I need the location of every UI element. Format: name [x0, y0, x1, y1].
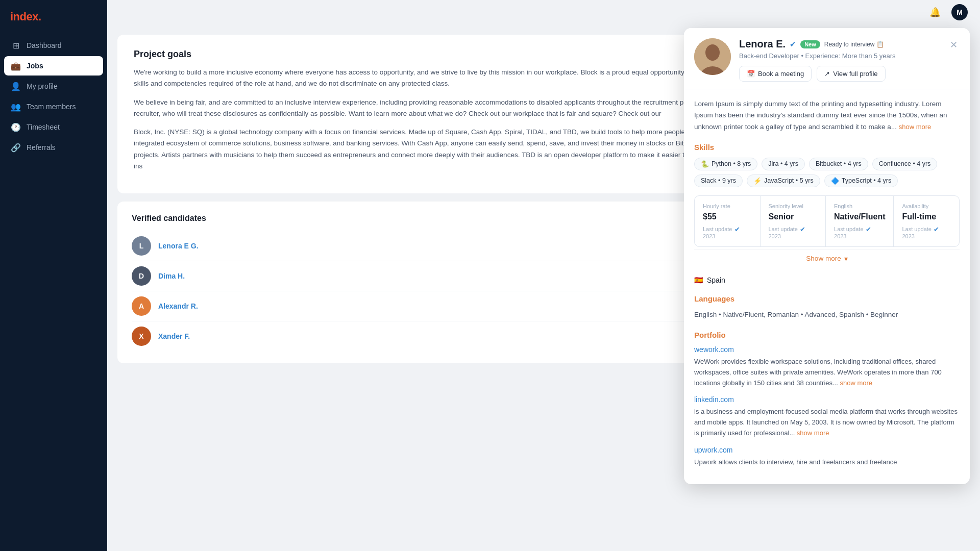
stat-year: 2023 [769, 233, 818, 239]
skill-emoji: 🔷 [831, 177, 839, 185]
skills-list: 🐍Python • 8 yrsJira • 4 yrsBitbucket • 4… [694, 158, 960, 187]
show-more-button[interactable]: Show more ▾ [694, 249, 960, 268]
skill-tag: Bitbucket • 4 yrs [809, 158, 868, 170]
dashboard-icon: ⊞ [11, 41, 20, 50]
notification-button[interactable]: 🔔 [927, 4, 943, 20]
ready-status: Ready to interview 📋 [824, 41, 885, 48]
verified-badge: ✔ [790, 40, 796, 49]
sidebar-item-dashboard[interactable]: ⊞ Dashboard [4, 36, 103, 55]
portfolio-link[interactable]: wework.com [694, 345, 960, 354]
sidebar-item-timesheet[interactable]: 🕐 Timesheet [4, 117, 103, 137]
stat-update: Last update ✔ [703, 226, 752, 233]
skill-tag: Slack • 9 yrs [694, 174, 743, 187]
view-full-profile-button[interactable]: ↗ View full profile [817, 66, 885, 82]
user-initial: M [957, 8, 963, 16]
skill-name: Bitbucket • 4 yrs [816, 160, 862, 167]
profile-photo-svg [694, 38, 731, 75]
profile-name-row: Lenora E. ✔ New Ready to interview 📋 [739, 38, 940, 50]
calendar-icon: 📅 [747, 70, 755, 78]
stat-value: Senior [769, 212, 818, 221]
candidate-avatar: D [132, 266, 151, 286]
stats-grid: Hourly rate $55 Last update ✔ 2023 Senio… [694, 195, 960, 247]
topbar: 🔔 M [107, 0, 980, 24]
candidate-name: Dima H. [158, 272, 185, 280]
portfolio-link[interactable]: upwork.com [694, 446, 960, 454]
ready-status-text: Ready to interview [824, 41, 875, 48]
status-icon: 📋 [876, 41, 884, 48]
location-row: 🇪🇸 Spain [694, 276, 960, 284]
profile-panel-header: Lenora E. ✔ New Ready to interview 📋 Bac… [684, 28, 970, 89]
sidebar-item-referrals[interactable]: 🔗 Referrals [4, 138, 103, 157]
sidebar-item-my-profile[interactable]: 👤 My profile [4, 77, 103, 96]
skill-emoji: ⚡ [753, 177, 762, 185]
chevron-down-icon: ▾ [844, 255, 848, 263]
candidate-avatar: X [132, 327, 151, 346]
last-update-label: Last update [834, 226, 864, 232]
stat-year: 2023 [902, 233, 951, 239]
svg-point-1 [705, 44, 720, 61]
candidate-name: Xander F. [158, 332, 190, 340]
stat-label: English [834, 203, 885, 209]
languages-section-title: Languages [694, 294, 960, 303]
verified-check-icon: ✔ [800, 226, 805, 233]
last-update-label: Last update [769, 226, 798, 232]
stat-value: Full-time [902, 212, 951, 221]
skill-name: Python • 8 yrs [712, 160, 751, 167]
bio-show-more[interactable]: show more [899, 123, 932, 131]
profile-bio: Lorem Ipsum is simply dummy text of the … [694, 98, 960, 133]
portfolio-description: is a business and employment-focused soc… [694, 407, 960, 438]
portfolio-item: linkedin.com is a business and employmen… [694, 395, 960, 438]
user-avatar-button[interactable]: M [951, 4, 968, 20]
portfolio-show-more[interactable]: show more [840, 379, 872, 387]
stat-cell: Hourly rate $55 Last update ✔ 2023 [695, 196, 760, 246]
sidebar-item-label: Jobs [27, 62, 43, 70]
stat-update: Last update ✔ [902, 226, 951, 233]
stat-value: Native/Fluent [834, 212, 885, 221]
close-panel-button[interactable]: ✕ [948, 38, 960, 52]
location-text: Spain [707, 276, 725, 284]
candidate-name: Lenora E G. [158, 242, 199, 250]
sidebar: index. ⊞ Dashboard 💼 Jobs 👤 My profile 👥… [0, 0, 107, 551]
skill-tag: ⚡JavaScript • 5 yrs [747, 174, 820, 187]
portfolio-item: upwork.com Upwork allows clients to inte… [694, 446, 960, 468]
verified-check-icon: ✔ [734, 226, 740, 233]
sidebar-item-label: Dashboard [27, 41, 62, 49]
portfolio-link[interactable]: linkedin.com [694, 395, 960, 404]
app-logo: index. [0, 0, 107, 36]
bell-icon: 🔔 [929, 7, 941, 18]
sidebar-item-label: Timesheet [27, 123, 60, 131]
location-flag: 🇪🇸 [694, 276, 703, 284]
portfolio-show-more[interactable]: show more [797, 429, 829, 437]
skill-name: Confluence • 4 yrs [879, 160, 931, 167]
profile-icon: 👤 [11, 82, 20, 91]
skill-tag: 🔷TypeScript • 4 yrs [824, 174, 898, 187]
last-update-label: Last update [902, 226, 932, 232]
profile-subtitle: Back-end Developer • Experience: More th… [739, 52, 940, 60]
profile-photo [694, 38, 731, 75]
verified-check-icon: ✔ [866, 226, 871, 233]
profile-name: Lenora E. [739, 38, 786, 50]
profile-panel: Lenora E. ✔ New Ready to interview 📋 Bac… [684, 28, 970, 484]
profile-body: Lorem Ipsum is simply dummy text of the … [684, 89, 970, 484]
logo-text: index [10, 10, 38, 23]
last-update-label: Last update [703, 226, 732, 232]
languages-text: English • Native/Fluent, Romanian • Adva… [694, 309, 960, 320]
book-meeting-button[interactable]: 📅 Book a meeting [739, 66, 812, 82]
sidebar-item-label: Team members [27, 103, 76, 111]
timesheet-icon: 🕐 [11, 122, 20, 132]
stat-value: $55 [703, 212, 752, 221]
skill-tag: 🐍Python • 8 yrs [694, 158, 757, 170]
skill-name: JavaScript • 5 yrs [764, 177, 814, 184]
sidebar-item-jobs[interactable]: 💼 Jobs [4, 56, 103, 76]
stat-label: Hourly rate [703, 203, 752, 209]
stat-label: Seniority level [769, 203, 818, 209]
book-meeting-label: Book a meeting [758, 70, 804, 78]
stat-cell: Seniority level Senior Last update ✔ 202… [761, 196, 826, 246]
stat-update: Last update ✔ [769, 226, 818, 233]
profile-info: Lenora E. ✔ New Ready to interview 📋 Bac… [739, 38, 940, 82]
portfolio-description: WeWork provides flexible workspace solut… [694, 357, 960, 388]
referrals-icon: 🔗 [11, 143, 20, 152]
stat-cell: Availability Full-time Last update ✔ 202… [894, 196, 959, 246]
sidebar-item-team-members[interactable]: 👥 Team members [4, 97, 103, 116]
portfolio-description: Upwork allows clients to interview, hire… [694, 457, 960, 468]
